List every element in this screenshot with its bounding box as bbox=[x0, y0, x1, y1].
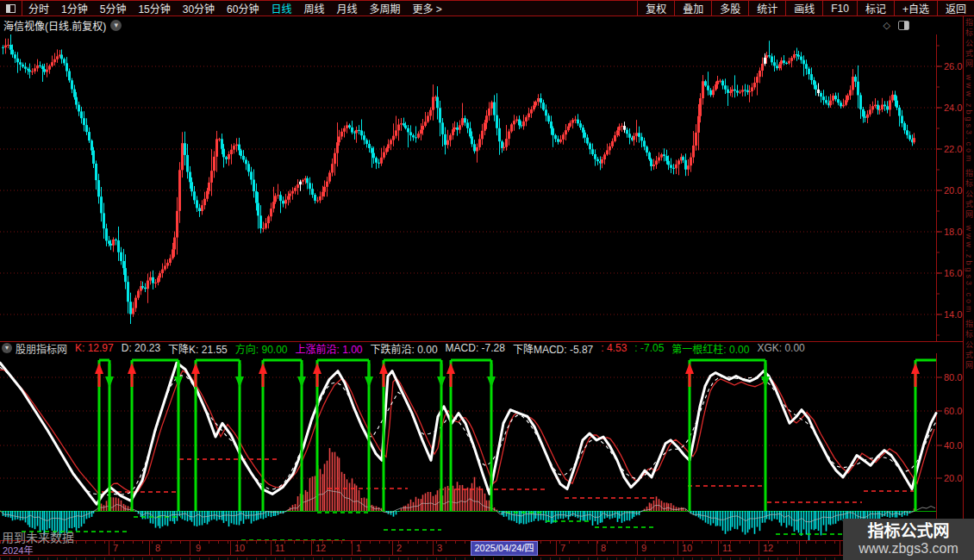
period-tab-15分钟[interactable]: 15分钟 bbox=[138, 1, 170, 16]
panel-toggle-icon bbox=[6, 4, 16, 13]
axis-divider bbox=[392, 541, 393, 555]
period-tab-更多 >[interactable]: 更多 > bbox=[413, 1, 442, 16]
tool-button-统计[interactable]: 统计 bbox=[748, 1, 785, 16]
axis-divider bbox=[718, 541, 719, 555]
indicator-canvas[interactable]: 80.0060.0040.0020.00 bbox=[0, 353, 963, 541]
axis-month-label: 2 bbox=[396, 543, 402, 553]
indicator-readout: MACD: -7.28 bbox=[446, 342, 505, 354]
axis-month-label: 7 bbox=[560, 543, 565, 553]
axis-month-label: 8 bbox=[601, 543, 606, 553]
page-title: 海信视像(日线.前复权) bbox=[3, 18, 106, 33]
svg-text:26.00: 26.00 bbox=[944, 61, 963, 72]
main-chart-canvas[interactable]: 26.0024.0022.0020.0018.0016.0014.00 bbox=[0, 34, 963, 341]
axis-month-label: 9 bbox=[196, 543, 201, 553]
diamond-icon[interactable]: ◇ bbox=[883, 20, 890, 31]
svg-text:60.00: 60.00 bbox=[944, 406, 963, 416]
axis-divider bbox=[677, 541, 678, 555]
axis-month-label: 8 bbox=[155, 543, 160, 553]
tool-button-复权[interactable]: 复权 bbox=[637, 1, 674, 16]
svg-text:24.00: 24.00 bbox=[944, 103, 963, 113]
svg-text:40.00: 40.00 bbox=[944, 440, 963, 451]
indicator-readout: 上涨前沿: 1.00 bbox=[296, 341, 363, 354]
indicator-readout: K: 12.97 bbox=[75, 342, 114, 354]
axis-divider bbox=[149, 541, 150, 555]
axis-month-label: 1 bbox=[356, 543, 361, 553]
indicator-readout: 下降K: 21.55 bbox=[168, 341, 228, 354]
period-tab-30分钟[interactable]: 30分钟 bbox=[183, 1, 215, 16]
indicator-readout: 第一根红柱: 0.00 bbox=[671, 341, 749, 354]
indicator-readout: D: 20.23 bbox=[122, 342, 160, 354]
period-tab-多周期[interactable]: 多周期 bbox=[370, 1, 401, 16]
axis-divider bbox=[799, 541, 800, 555]
axis-month-label: 11 bbox=[722, 543, 732, 553]
layout-icon[interactable] bbox=[898, 21, 909, 30]
period-tab-1分钟[interactable]: 1分钟 bbox=[61, 1, 88, 16]
tool-button-叠加[interactable]: 叠加 bbox=[674, 1, 711, 16]
axis-divider bbox=[230, 541, 231, 555]
axis-divider bbox=[596, 541, 597, 555]
axis-divider bbox=[271, 541, 272, 555]
tool-button-+自选[interactable]: +自选 bbox=[894, 1, 937, 16]
indicator-readout: 下跌前沿: 0.00 bbox=[371, 341, 438, 354]
sidebar-toggle-button[interactable] bbox=[0, 1, 22, 16]
axis-divider bbox=[759, 541, 759, 555]
watermark-brand: 指标公式网 bbox=[867, 522, 949, 541]
svg-text:14.00: 14.00 bbox=[944, 309, 963, 320]
period-tab-月线[interactable]: 月线 bbox=[337, 1, 358, 16]
date-axis[interactable]: 2024年 2025/04/24/四 789101112123789101112 bbox=[0, 540, 974, 556]
title-bar: 海信视像(日线.前复权) ▾ ◇ bbox=[0, 16, 974, 34]
indicator-header: ▾ 股朋指标网K: 12.97D: 20.23下降K: 21.55方向: 90.… bbox=[0, 341, 963, 354]
indicator-readout: 下降MACD: -5.87 bbox=[513, 341, 593, 354]
axis-month-label: 11 bbox=[275, 543, 284, 553]
selected-date-badge: 2025/04/24/四 bbox=[471, 541, 538, 556]
axis-divider bbox=[190, 541, 190, 555]
trading-app-window: 分时1分钟5分钟15分钟30分钟60分钟日线周线月线多周期更多 > 复权叠加多股… bbox=[0, 0, 974, 560]
axis-month-label: 3 bbox=[437, 543, 442, 553]
svg-text:16.00: 16.00 bbox=[944, 268, 963, 278]
axis-divider bbox=[840, 541, 840, 555]
tool-button-F10[interactable]: F10 bbox=[822, 1, 857, 16]
bottom-strip bbox=[0, 556, 974, 560]
top-toolbar: 分时1分钟5分钟15分钟30分钟60分钟日线周线月线多周期更多 > 复权叠加多股… bbox=[0, 0, 974, 16]
period-menu: 分时1分钟5分钟15分钟30分钟60分钟日线周线月线多周期更多 > bbox=[0, 1, 448, 16]
tool-button-画线[interactable]: 画线 bbox=[785, 1, 822, 16]
tool-button-多股[interactable]: 多股 bbox=[711, 1, 748, 16]
indicator-readout: 方向: 90.00 bbox=[235, 341, 288, 354]
indicator-readout: : -7.05 bbox=[634, 342, 664, 354]
axis-month-label: 10 bbox=[234, 543, 245, 553]
side-watermark-strip: 指标公式网 www.zbgs3.com 指标公式网 www.zbgs3.com … bbox=[963, 16, 974, 556]
chevron-down-icon[interactable]: ▾ bbox=[110, 20, 122, 31]
svg-text:80.00: 80.00 bbox=[944, 372, 963, 383]
axis-divider bbox=[352, 541, 353, 555]
tools-menu: 复权叠加多股统计画线F10标记+自选返回 bbox=[637, 1, 974, 16]
chevron-down-icon[interactable]: ▾ bbox=[2, 343, 12, 353]
axis-month-label: 12 bbox=[763, 543, 773, 553]
future-data-note: 用到未来数据 bbox=[2, 528, 74, 545]
axis-divider bbox=[556, 541, 557, 555]
axis-divider bbox=[433, 541, 434, 555]
axis-divider bbox=[311, 541, 312, 555]
watermark-url: www.zbgs3.com bbox=[858, 541, 958, 557]
tool-button-标记[interactable]: 标记 bbox=[857, 1, 894, 16]
tool-button-返回[interactable]: 返回 bbox=[937, 1, 974, 16]
svg-text:18.00: 18.00 bbox=[944, 227, 963, 237]
side-watermark-text: 指标公式网 www.zbgs3.com 指标公式网 www.zbgs3.com … bbox=[964, 18, 974, 371]
corner-watermark: 指标公式网 www.zbgs3.com bbox=[843, 519, 974, 560]
axis-month-label: 7 bbox=[113, 543, 118, 553]
svg-text:20.00: 20.00 bbox=[944, 473, 963, 483]
period-tab-日线[interactable]: 日线 bbox=[271, 1, 291, 16]
period-tab-分时[interactable]: 分时 bbox=[28, 1, 49, 16]
period-tab-60分钟[interactable]: 60分钟 bbox=[227, 1, 259, 16]
indicator-name: 股朋指标网 bbox=[16, 341, 67, 354]
axis-month-label: 12 bbox=[315, 543, 326, 553]
axis-divider bbox=[637, 541, 638, 555]
svg-text:22.00: 22.00 bbox=[944, 144, 963, 154]
axis-month-label: 9 bbox=[641, 543, 646, 553]
indicator-readout: XGK: 0.00 bbox=[757, 342, 804, 354]
period-tab-5分钟[interactable]: 5分钟 bbox=[100, 1, 127, 16]
indicator-readout: : 4.53 bbox=[601, 342, 627, 354]
period-tab-周线[interactable]: 周线 bbox=[303, 1, 324, 16]
axis-divider bbox=[109, 541, 109, 555]
axis-month-label: 10 bbox=[682, 543, 692, 553]
svg-text:20.00: 20.00 bbox=[944, 185, 963, 196]
